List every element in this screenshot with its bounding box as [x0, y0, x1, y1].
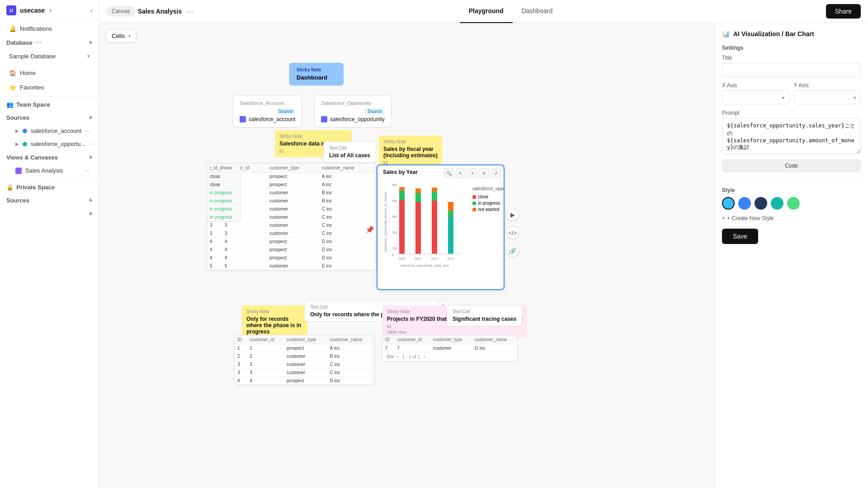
plus-icon: + — [722, 215, 725, 221]
svg-text:2020: 2020 — [398, 257, 406, 260]
source-card-opp-header: Salesforce_Oppotunity — [321, 100, 385, 106]
table-row: 44prospectD inc — [207, 246, 376, 254]
source-more-icon[interactable]: ⋯ — [85, 127, 91, 134]
phase-val-prog1: in progress — [207, 189, 240, 197]
svg-text:salesforce_opportunity_amount_: salesforce_opportunity_amount_of_money — [384, 192, 387, 252]
sidebar-item-favorites[interactable]: ⭐ Favorites — [3, 80, 96, 94]
private-sources-label: Sources — [6, 197, 29, 204]
sources-header: Sources + — [0, 111, 99, 124]
swatch-0[interactable] — [722, 197, 735, 210]
chart-ctrl-expand-icon[interactable]: ⤢ — [491, 168, 501, 178]
tc-tracing-label: Text Cell — [453, 309, 516, 314]
canvas-name: Sales Analysis — [25, 167, 80, 174]
sidebar-collapse-icon[interactable]: ‹ — [90, 6, 93, 14]
play-button[interactable]: ▶ — [506, 208, 519, 221]
test-cell-label: Test Cell — [329, 145, 370, 150]
source-card-account: Salesforce_Account Source salesforce_acc… — [233, 95, 302, 127]
team-space-label: Team Space — [16, 101, 50, 108]
share-button[interactable]: Share — [826, 4, 861, 19]
private-sources-add-icon[interactable]: + — [89, 196, 93, 204]
database-more-icon[interactable]: ⋯ — [35, 39, 42, 46]
br-col-ctype: customer_type — [430, 335, 472, 344]
code-button[interactable]: Code — [722, 160, 861, 172]
x-axis-select[interactable] — [722, 90, 789, 104]
sources-label: Sources — [6, 114, 29, 121]
pagination-prev[interactable]: ‹ — [397, 354, 398, 359]
views-add-icon[interactable]: + — [89, 153, 93, 161]
swatch-4[interactable] — [787, 197, 800, 210]
svg-text:2021: 2021 — [415, 257, 422, 260]
sn-phase-title: Only for records where the phase is in p… — [246, 316, 303, 335]
sidebar-item-salesforce-opp[interactable]: ▶ salesforce_opportu... ⋯ — [3, 138, 96, 150]
chart-controls: 🔍 ↖ • ≡ ⤢ — [444, 168, 501, 178]
tab-playground[interactable]: Playground — [460, 0, 513, 23]
svg-text:5M: 5M — [392, 183, 397, 187]
legend-not-started: not started — [472, 207, 505, 212]
private-space-label: Private Space — [16, 184, 55, 191]
breadcrumb: Canvas Sales Analysis ⋯ — [107, 5, 195, 18]
sn-phase-label: Sticky Note — [246, 309, 303, 314]
sidebar-item-salesforce-account[interactable]: ▶ salesforce_account ⋯ — [3, 125, 96, 137]
sidebar-item-sales-analysis[interactable]: Sales Analysis ⋯ — [3, 164, 96, 177]
sticky-note-title: Dashboard — [297, 74, 336, 81]
swatch-2[interactable] — [755, 197, 767, 210]
canvas-more-icon[interactable]: ⋯ — [84, 167, 90, 174]
source-dot-blue — [23, 129, 27, 133]
table-card-bottom-left: ID customer_id customer_type customer_na… — [234, 335, 374, 385]
prompt-textarea[interactable]: ${salesforce_opportunity.sales_year}ごとの$… — [722, 118, 861, 154]
y-axis-col: Y Axis — [794, 82, 861, 104]
swatch-3[interactable] — [771, 197, 783, 210]
save-button[interactable]: Save — [722, 229, 758, 244]
create-style-label: + Create New Style — [727, 215, 774, 221]
chart-ctrl-lines-icon[interactable]: ≡ — [479, 168, 489, 178]
y-axis-select[interactable] — [794, 90, 861, 104]
table-row: 55customerE inc — [207, 262, 376, 270]
sources-add-icon[interactable]: + — [89, 113, 93, 122]
pin-icon[interactable]: 📌 — [365, 225, 374, 234]
legend-not-started-dot — [472, 208, 476, 211]
private-space-header: 🔒 Private Space — [0, 181, 99, 193]
table-row: 77customerG inc — [382, 344, 517, 352]
pagination-next[interactable]: › — [424, 354, 425, 359]
code-button[interactable]: </> — [506, 226, 519, 239]
source-opp-more-icon[interactable]: ⋯ — [89, 141, 95, 147]
create-style-button[interactable]: + + Create New Style — [722, 215, 861, 221]
bar-2021-ns — [415, 188, 421, 193]
breadcrumb-more-icon[interactable]: ⋯ — [184, 5, 195, 18]
svg-text:2022: 2022 — [431, 257, 438, 260]
table-card-bottom-right: ID customer_id customer_type customer_na… — [382, 335, 518, 361]
source-card-header: Salesforce_Account — [240, 100, 295, 106]
source-badge: Source — [276, 108, 296, 114]
tab-dashboard[interactable]: Dashboard — [513, 0, 562, 23]
canvas-toolbar: Cells ▾ — [106, 29, 137, 42]
swatch-1[interactable] — [738, 197, 751, 210]
sidebar-item-notifications[interactable]: 🔔 Notifications — [3, 22, 96, 35]
bl-col-cid: customer_id — [247, 335, 284, 344]
text-cell-tracing: Text Cell Significant tracing cases — [447, 305, 522, 326]
chart-ctrl-zoom-icon[interactable]: 🔍 — [444, 168, 454, 178]
table-row: 44prospectD inc — [207, 254, 376, 262]
home-icon: 🏠 — [9, 69, 16, 76]
views-canvases-label: Views & Canvases — [6, 154, 58, 161]
database-expand-icon[interactable]: ▾ — [87, 53, 90, 59]
source-card-opp: Salesforce_Oppotunity Source salesforce_… — [314, 95, 392, 127]
bar-2022-ip — [432, 192, 437, 201]
cells-dropdown[interactable]: Cells ▾ — [106, 29, 137, 42]
database-add-icon[interactable]: + — [89, 38, 93, 47]
private-views-add-icon[interactable]: + — [89, 210, 93, 218]
chart-ctrl-pointer-icon[interactable]: ↖ — [456, 168, 466, 178]
chart-ctrl-dot-icon[interactable]: • — [467, 168, 477, 178]
legend-close: close — [472, 194, 505, 199]
sidebar-item-home[interactable]: 🏠 Home — [3, 66, 96, 80]
source-card-name: salesforce_account — [240, 116, 295, 122]
title-input[interactable] — [722, 63, 861, 77]
style-swatches — [722, 197, 861, 210]
breadcrumb-pill: Canvas — [107, 6, 135, 16]
svg-text:3M: 3M — [392, 215, 397, 219]
database-name-item[interactable]: Sample Database ▾ — [3, 50, 96, 63]
canvas-area[interactable]: Cells ▾ Sticky Note Dashboard Salesforce… — [99, 23, 714, 488]
source-icon — [240, 116, 246, 122]
canvas-icon — [15, 168, 22, 174]
link-button[interactable]: 🔗 — [506, 244, 519, 257]
app-name-chevron-icon[interactable]: ▾ — [49, 8, 52, 13]
